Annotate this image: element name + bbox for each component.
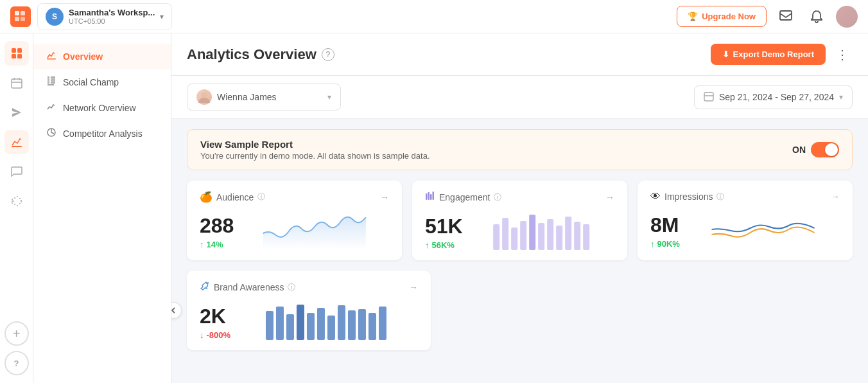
collapse-sidebar-button[interactable]: [171, 302, 182, 319]
more-options-button[interactable]: ⋮: [832, 44, 853, 65]
workspace-chevron-icon: ▾: [160, 12, 164, 21]
impressions-title: Impressions: [664, 192, 713, 202]
svg-rect-8: [17, 54, 22, 58]
brand-awareness-change: ↓ -800%: [200, 330, 230, 340]
competitor-analysis-label: Competitor Analysis: [63, 129, 143, 139]
sidebar-icon-overview[interactable]: [4, 41, 29, 66]
sidebar-icon-audio[interactable]: [4, 189, 29, 213]
sidebar-icon-send[interactable]: [4, 100, 29, 125]
filters-row: Wienna James ▾ Sep 21, 2024 - Sep 27, 20…: [171, 76, 868, 119]
brand-awareness-card-header: Brand Awareness ⓘ →: [200, 281, 418, 294]
engagement-change: ↑ 56K%: [425, 240, 463, 250]
sidebar-item-network-overview[interactable]: Network Overview: [33, 95, 171, 121]
selected-user-name: Wienna James: [217, 92, 322, 102]
brand-awareness-info-icon[interactable]: ⓘ: [288, 282, 295, 293]
sidebar-item-competitor-analysis[interactable]: Competitor Analysis: [33, 121, 171, 147]
app-logo: [10, 6, 31, 27]
sidebar-item-social-champ[interactable]: Social Champ: [33, 69, 171, 95]
svg-rect-21: [511, 227, 517, 250]
messages-icon-button[interactable]: [774, 5, 797, 28]
demo-banner-content: View Sample Report You're currently in d…: [200, 139, 430, 161]
sidebar-item-overview[interactable]: Overview: [33, 44, 171, 69]
audience-title: Audience: [216, 192, 254, 202]
toggle-on-label: ON: [792, 145, 806, 155]
engagement-card: Engagement ⓘ → 51K ↑ 56K%: [412, 181, 627, 260]
sidebar-icon-add[interactable]: +: [4, 321, 29, 346]
export-demo-report-button[interactable]: ⬇ Export Demo Report: [711, 44, 826, 65]
help-tooltip-icon[interactable]: ?: [322, 48, 334, 61]
svg-rect-29: [583, 224, 589, 250]
audience-card-header: 🍊 Audience ⓘ →: [200, 191, 389, 203]
audience-info-icon[interactable]: ⓘ: [257, 192, 265, 202]
page-title: Analytics Overview: [187, 46, 317, 63]
sidebar-icon-calendar[interactable]: [4, 71, 29, 95]
stats-cards-row-1: 🍊 Audience ⓘ → 288 ↑ 14%: [171, 170, 868, 260]
brand-awareness-chart: [237, 301, 418, 340]
audience-card: 🍊 Audience ⓘ → 288 ↑ 14%: [187, 181, 402, 260]
header-actions: ⬇ Export Demo Report ⋮: [711, 44, 853, 65]
engagement-info-icon[interactable]: ⓘ: [494, 192, 501, 203]
audience-title-row: 🍊 Audience ⓘ: [200, 191, 265, 203]
brand-awareness-card: Brand Awareness ⓘ → 2K ↓ -800%: [187, 271, 431, 350]
trophy-icon: 🏆: [688, 12, 698, 21]
sidebar-icon-analytics[interactable]: [4, 130, 29, 154]
svg-rect-19: [493, 224, 499, 250]
workspace-selector[interactable]: S Samantha's Worksp... UTC+05:00 ▾: [37, 3, 172, 30]
engagement-icon: [425, 191, 435, 204]
upgrade-button[interactable]: 🏆 Upgrade Now: [677, 6, 767, 27]
audience-value-group: 288 ↑ 14%: [200, 215, 234, 249]
impressions-card-header: 👁 Impressions ⓘ →: [650, 191, 840, 202]
engagement-value-group: 51K ↑ 56K%: [425, 216, 463, 250]
impressions-icon: 👁: [650, 191, 661, 202]
engagement-arrow-icon[interactable]: →: [605, 192, 614, 202]
audience-change: ↑ 14%: [200, 240, 234, 249]
brand-awareness-title: Brand Awareness: [214, 282, 284, 292]
svg-rect-4: [780, 11, 792, 20]
download-icon: ⬇: [722, 49, 729, 59]
competitor-icon: [46, 127, 56, 140]
user-avatar[interactable]: [836, 6, 858, 28]
audience-arrow-icon[interactable]: →: [380, 192, 389, 202]
topbar-left: S Samantha's Worksp... UTC+05:00 ▾: [10, 3, 172, 30]
svg-rect-6: [17, 48, 22, 53]
engagement-card-header: Engagement ⓘ →: [425, 191, 614, 204]
demo-mode-toggle[interactable]: [811, 142, 839, 157]
svg-rect-9: [12, 79, 22, 88]
svg-rect-20: [502, 218, 508, 250]
svg-rect-36: [327, 316, 335, 340]
svg-point-13: [201, 92, 207, 98]
sidebar-icon-chat[interactable]: [4, 159, 29, 184]
impressions-info-icon[interactable]: ⓘ: [716, 192, 724, 202]
notifications-icon-button[interactable]: [805, 5, 828, 28]
svg-rect-18: [433, 192, 435, 200]
svg-rect-27: [565, 217, 571, 250]
svg-rect-26: [556, 226, 562, 250]
audience-card-body: 288 ↑ 14%: [200, 211, 389, 249]
user-selector[interactable]: Wienna James ▾: [187, 84, 341, 111]
stats-cards-row-2: Brand Awareness ⓘ → 2K ↓ -800%: [171, 260, 868, 361]
brand-awareness-value-group: 2K ↓ -800%: [200, 306, 230, 340]
date-chevron-icon: ▾: [839, 93, 843, 102]
svg-rect-23: [529, 215, 535, 250]
svg-rect-30: [266, 311, 273, 340]
workspace-avatar: S: [46, 8, 64, 26]
date-range-selector[interactable]: Sep 21, 2024 - Sep 27, 2024 ▾: [694, 85, 853, 109]
svg-rect-39: [358, 309, 366, 340]
down-arrow-icon: ↓: [200, 330, 204, 340]
svg-rect-1: [21, 11, 25, 15]
network-overview-label: Network Overview: [63, 103, 136, 113]
workspace-tz: UTC+05:00: [69, 17, 155, 25]
impressions-chart: [686, 210, 840, 249]
date-range-text: Sep 21, 2024 - Sep 27, 2024: [719, 92, 834, 102]
svg-rect-16: [428, 192, 430, 200]
workspace-name: Samantha's Worksp...: [69, 8, 155, 17]
impressions-arrow-icon[interactable]: →: [831, 192, 840, 202]
sidebar-icon-help[interactable]: ?: [4, 351, 29, 375]
svg-rect-34: [307, 313, 315, 340]
brand-awareness-arrow-icon[interactable]: →: [409, 282, 418, 292]
workspace-info: Samantha's Worksp... UTC+05:00: [69, 8, 155, 25]
svg-rect-2: [15, 17, 19, 21]
impressions-value: 8M: [650, 215, 680, 235]
engagement-card-body: 51K ↑ 56K%: [425, 211, 614, 250]
user-selector-avatar: [196, 89, 212, 105]
